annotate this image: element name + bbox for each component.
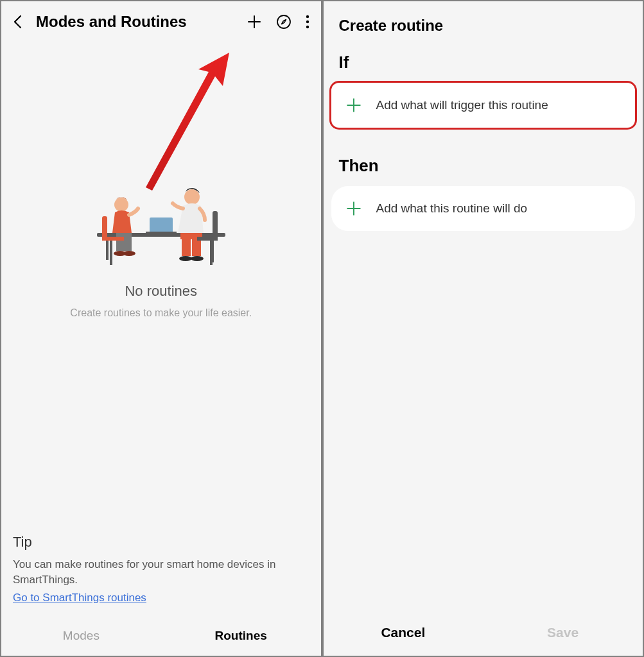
more-vertical-icon xyxy=(306,14,309,30)
svg-point-0 xyxy=(277,15,290,28)
header-actions xyxy=(247,14,309,30)
modes-routines-screen: Modes and Routines xyxy=(1,1,321,656)
tip-body: You can make routines for your smart hom… xyxy=(13,557,309,588)
svg-point-17 xyxy=(184,189,200,205)
page-title: Modes and Routines xyxy=(36,13,238,31)
svg-rect-16 xyxy=(106,241,109,260)
svg-point-22 xyxy=(191,256,204,261)
add-button[interactable] xyxy=(247,14,262,30)
save-button[interactable]: Save xyxy=(483,625,643,640)
then-label: Then xyxy=(339,156,628,176)
create-routine-screen: Create routine If Add what will trigger … xyxy=(324,1,643,656)
empty-illustration xyxy=(91,180,232,270)
header-bar: Create routine xyxy=(324,1,643,53)
svg-rect-8 xyxy=(146,232,177,234)
svg-rect-14 xyxy=(102,216,107,238)
footer-actions: Cancel Save xyxy=(324,611,643,656)
smartthings-link[interactable]: Go to SmartThings routines xyxy=(13,592,146,604)
svg-rect-24 xyxy=(197,237,218,241)
back-button[interactable] xyxy=(9,14,27,30)
svg-rect-23 xyxy=(213,211,218,238)
svg-point-21 xyxy=(179,256,192,261)
page-title: Create routine xyxy=(339,17,628,35)
tab-routines[interactable]: Routines xyxy=(161,629,321,643)
svg-rect-19 xyxy=(182,239,191,256)
svg-rect-20 xyxy=(192,239,201,256)
add-trigger-label: Add what will trigger this routine xyxy=(376,98,548,112)
svg-rect-11 xyxy=(124,233,132,251)
svg-rect-7 xyxy=(150,218,173,233)
svg-point-9 xyxy=(114,198,128,212)
empty-title: No routines xyxy=(125,283,197,300)
svg-point-13 xyxy=(123,251,135,256)
add-action-card[interactable]: Add what this routine will do xyxy=(331,186,636,231)
tip-heading: Tip xyxy=(13,534,309,550)
tab-modes[interactable]: Modes xyxy=(1,629,161,643)
bottom-tabs: Modes Routines xyxy=(1,617,321,656)
routine-body: If Add what will trigger this routine Th… xyxy=(324,53,643,611)
svg-point-2 xyxy=(306,21,308,23)
tip-card: Tip You can make routines for your smart… xyxy=(1,534,321,617)
svg-rect-5 xyxy=(110,237,112,265)
plus-icon xyxy=(345,97,362,114)
cancel-button[interactable]: Cancel xyxy=(324,625,483,640)
svg-point-3 xyxy=(306,26,308,28)
add-action-label: Add what this routine will do xyxy=(376,201,528,216)
svg-rect-25 xyxy=(211,241,214,262)
compass-icon xyxy=(276,14,292,30)
svg-rect-10 xyxy=(116,233,124,251)
add-trigger-card[interactable]: Add what will trigger this routine xyxy=(331,83,636,128)
if-label: If xyxy=(339,53,628,73)
more-button[interactable] xyxy=(306,14,309,30)
svg-point-1 xyxy=(306,15,308,18)
chevron-left-icon xyxy=(12,14,24,30)
plus-icon xyxy=(345,200,362,217)
svg-rect-15 xyxy=(102,237,124,241)
discover-button[interactable] xyxy=(276,14,292,30)
header-bar: Modes and Routines xyxy=(1,1,321,42)
plus-icon xyxy=(247,14,262,30)
empty-subtitle: Create routines to make your life easier… xyxy=(70,307,252,319)
empty-state: No routines Create routines to make your… xyxy=(1,42,321,534)
